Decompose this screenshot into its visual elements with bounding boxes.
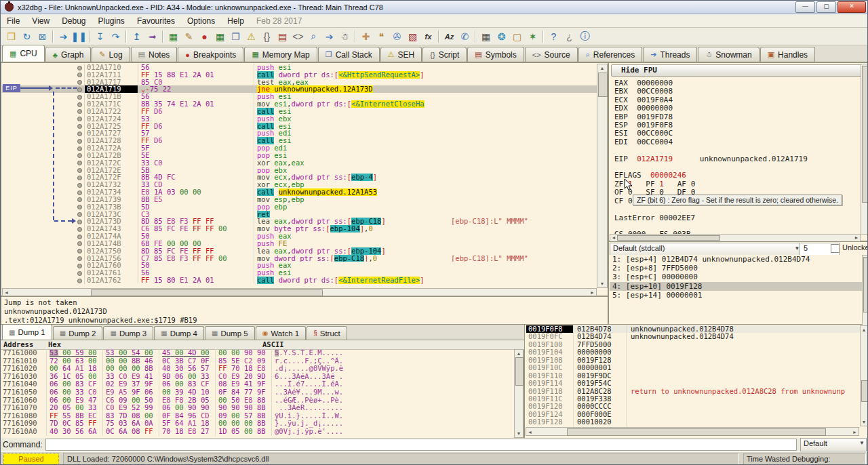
tab-script[interactable]: {}Script <box>422 47 467 62</box>
call-stack-icon[interactable]: ❐ <box>228 29 243 44</box>
breakpoint-dot[interactable] <box>77 124 82 129</box>
step-over-icon[interactable]: ↷ <box>108 29 123 44</box>
arguments-vscrollbar[interactable] <box>862 255 868 325</box>
tab-snowman[interactable]: ☃Snowman <box>698 47 759 62</box>
tab-handles[interactable]: ▣Handles <box>760 47 815 62</box>
breakpoint-dot[interactable] <box>77 109 82 114</box>
pause-icon[interactable]: ❚❚ <box>71 29 87 44</box>
register-line[interactable]: EDI 00CC0004 <box>614 138 853 146</box>
stack-rows[interactable]: 0019F0F8012B4D78unknownunpacked.012B4D78… <box>526 325 861 426</box>
fx-icon[interactable]: fx <box>420 29 436 44</box>
argument-row[interactable]: 4: [esp+10] 0019F128 <box>610 282 862 291</box>
stack-row[interactable]: 0019F12800010020 <box>526 418 861 426</box>
tab-memory-map[interactable]: ▦Memory Map <box>244 47 317 62</box>
breakpoint-dot[interactable] <box>77 139 82 144</box>
menu-debug[interactable]: Debug <box>56 15 92 27</box>
step-out-icon[interactable]: ↥ <box>129 29 144 44</box>
stack-hscrollbar[interactable]: ◄ ► <box>526 427 859 436</box>
breakpoint-dot[interactable] <box>77 249 82 254</box>
breakpoint-dot[interactable] <box>77 176 82 180</box>
tab-breakpoints[interactable]: ●Breakpoints <box>178 47 243 62</box>
breakpoint-dot[interactable] <box>77 146 82 151</box>
breakpoint-dot[interactable] <box>77 212 82 217</box>
register-line[interactable]: LastError 00002EE7 <box>614 214 853 222</box>
breakpoint-dot[interactable] <box>77 264 82 268</box>
log-icon[interactable]: ✎ <box>181 29 197 44</box>
tab-dump-5[interactable]: ▦Dump 5 <box>205 326 255 340</box>
menu-favourites[interactable]: Favourites <box>131 15 181 27</box>
minimize-button[interactable]: — <box>795 1 815 13</box>
modules-icon[interactable]: ✆ <box>457 29 473 44</box>
stack-row[interactable]: 0019F10C00000001 <box>526 364 861 371</box>
internet-icon[interactable]: ❂ <box>494 29 509 44</box>
source-icon[interactable]: <> <box>290 29 306 44</box>
tab-call-stack[interactable]: ❐Call Stack <box>318 47 380 62</box>
stack-row[interactable]: 0019F1140019F54C <box>526 380 861 387</box>
close-button[interactable]: ✕ <box>837 1 866 13</box>
disasm-row[interactable]: 012A172453push ebx <box>2 115 597 123</box>
tab-cpu[interactable]: ▦CPU <box>2 45 45 62</box>
memory-map-icon[interactable]: ▦ <box>212 29 228 44</box>
run-icon[interactable]: ➔ <box>56 29 71 44</box>
open-file-icon[interactable]: ❒ <box>3 29 19 44</box>
breakpoint-dot[interactable] <box>77 87 82 92</box>
disasm-row[interactable]: 012A173B5Dpop ebp <box>2 203 597 211</box>
snowman-icon[interactable]: ☃ <box>337 29 353 44</box>
stack-vscrollbar[interactable]: ▲ ▼ <box>860 325 868 426</box>
donate-icon[interactable]: ¿ <box>561 29 577 44</box>
tab-symbols[interactable]: ▤Symbols <box>467 47 524 62</box>
tab-watch-1[interactable]: ◉Watch 1 <box>256 326 307 340</box>
tab-graph[interactable]: ♣Graph <box>45 47 92 62</box>
breakpoint-dot[interactable] <box>77 271 82 276</box>
tab-dump-1[interactable]: ▦Dump 1 <box>2 324 52 340</box>
arguments-list[interactable]: 1: [esp+4] 012B4D74 unknownunpacked.012B… <box>610 255 862 324</box>
registers-list[interactable]: EAX 00000000EBX 00CC0008ECX 0019F0A4EDX … <box>614 79 853 231</box>
disassembly-rows[interactable]: 012A171056push esi012A1711FF 15 88 E1 2A… <box>2 64 597 288</box>
menu-help[interactable]: Help <box>221 15 250 27</box>
breakpoint-dot[interactable] <box>77 80 82 85</box>
breakpoint-dot[interactable] <box>77 197 82 202</box>
restart-icon[interactable]: ↻ <box>19 29 35 44</box>
breakpoint-dot[interactable] <box>77 161 82 165</box>
symbols-icon[interactable]: ▤ <box>275 29 290 44</box>
breakpoints-icon[interactable]: ● <box>197 29 212 44</box>
argument-row[interactable]: 2: [esp+8] 7FFD5000 <box>610 264 862 272</box>
breakpoint-dot[interactable] <box>77 132 82 136</box>
close-file-icon[interactable]: ⊠ <box>35 29 50 44</box>
hide-fpu-button[interactable]: Hide FPU <box>611 64 868 77</box>
tab-dump-3[interactable]: ▦Dump 3 <box>103 326 153 340</box>
help-book-icon[interactable]: ▧ <box>405 29 420 44</box>
disasm-row[interactable]: 012A1762FF 15 80 E1 2A 01call dword ptr … <box>2 277 597 284</box>
breakpoint-dot[interactable] <box>77 153 82 158</box>
registers-vscrollbar[interactable] <box>861 64 868 235</box>
favourites-icon[interactable]: ✇ <box>389 29 405 44</box>
tab-references[interactable]: ⌕References <box>578 47 643 62</box>
command-input[interactable] <box>45 439 797 451</box>
dump-vscrollbar[interactable]: ▲ ▼ <box>514 349 524 438</box>
breakpoint-dot[interactable] <box>77 168 82 173</box>
help-contents-icon[interactable]: ? <box>546 29 561 44</box>
tab-threads[interactable]: ➔Threads <box>643 47 697 62</box>
threads-icon[interactable]: ➔ <box>321 29 337 44</box>
breakpoint-dot[interactable] <box>77 117 82 121</box>
menu-options[interactable]: Options <box>181 15 221 27</box>
script-icon[interactable]: {} <box>259 29 275 44</box>
tab-notes[interactable]: ▤Notes <box>131 47 178 62</box>
menu-plugins[interactable]: Plugins <box>92 15 131 27</box>
hex-dump-row[interactable]: 771610A040 30 56 6A0C 6A 08 FF70 18 E8 2… <box>1 428 514 436</box>
disasm-row[interactable]: 012A17508D 85 FC FE FF FFlea eax,dword p… <box>2 247 597 255</box>
menu-view[interactable]: View <box>26 15 56 27</box>
breakpoint-dot[interactable] <box>77 205 82 209</box>
argument-row[interactable]: 1: [esp+4] 012B4D74 unknownunpacked.012B… <box>610 255 862 264</box>
unlocked-checkbox[interactable] <box>831 244 840 253</box>
disasm-hscrollbar[interactable]: ◄ ► <box>2 288 597 296</box>
bug-report-icon[interactable]: ✶ <box>525 29 540 44</box>
tab-source[interactable]: <>Source <box>525 47 578 62</box>
breakpoint-dot[interactable] <box>77 95 82 100</box>
text-az-icon[interactable]: Az <box>441 29 457 44</box>
tab-dump-2[interactable]: ▦Dump 2 <box>53 326 103 340</box>
comments-icon[interactable]: ❝ <box>374 29 389 44</box>
about-icon[interactable]: ⓘ <box>577 29 593 44</box>
breakpoint-dot[interactable] <box>77 241 82 246</box>
tab-dump-4[interactable]: ▦Dump 4 <box>154 326 204 340</box>
